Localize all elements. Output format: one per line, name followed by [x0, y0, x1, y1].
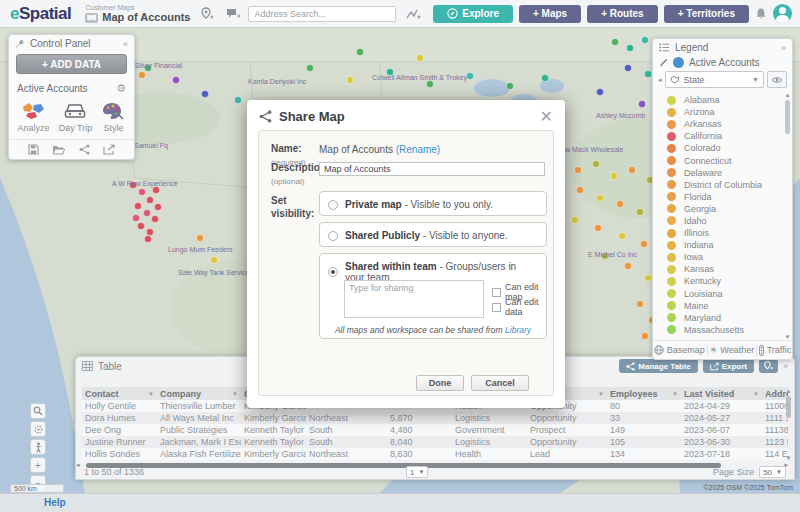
legend-state-item[interactable]: Connecticut — [667, 154, 790, 166]
street-view-pegman-button[interactable] — [30, 439, 46, 455]
map-pin-plus-icon[interactable] — [198, 6, 216, 22]
add-territories-button[interactable]: + Territories — [664, 5, 749, 23]
table-collapse-icon[interactable]: » — [783, 361, 788, 371]
analyze-tool[interactable]: Analyze — [18, 101, 50, 133]
legend-state-item[interactable]: Kansas — [667, 263, 790, 275]
map-data-point[interactable] — [426, 80, 433, 87]
map-data-point[interactable] — [143, 209, 150, 216]
map-data-point[interactable] — [138, 71, 145, 78]
weather-button[interactable]: ☀ Weather — [709, 345, 754, 355]
map-data-point[interactable] — [596, 194, 603, 201]
filter-icon[interactable]: ▼ — [148, 391, 153, 397]
radio-team[interactable] — [328, 267, 338, 277]
close-icon[interactable]: ✕ — [540, 110, 553, 124]
scroll-up-icon[interactable]: ▲ — [785, 388, 792, 394]
legend-state-item[interactable]: Colorado — [667, 142, 790, 154]
add-routes-button[interactable]: + Routes — [587, 5, 658, 23]
legend-state-item[interactable]: Maine — [667, 300, 790, 312]
visibility-option-public[interactable]: Shared Publicly - Visible to anyone. — [319, 222, 547, 247]
label-plus-icon[interactable] — [224, 6, 242, 22]
legend-state-item[interactable]: District of Columbia — [667, 179, 790, 191]
legend-state-item[interactable]: Iowa — [667, 251, 790, 263]
export-map-icon[interactable] — [103, 144, 115, 155]
explore-button[interactable]: Explore — [433, 5, 513, 23]
share-map-icon[interactable] — [79, 144, 90, 155]
table-vertical-scrollbar[interactable]: ▲ ▼ — [785, 388, 792, 461]
radio-public[interactable] — [328, 231, 338, 241]
legend-state-item[interactable]: Arizona — [667, 106, 790, 118]
table-row[interactable]: Dee OngPublic StrategiesKenneth TaylorSo… — [82, 424, 788, 436]
map-data-point[interactable] — [210, 256, 217, 263]
basemap-button[interactable]: Basemap — [654, 345, 705, 355]
zoom-box-magnifier-button[interactable] — [30, 403, 46, 419]
rename-link[interactable]: (Rename) — [396, 144, 440, 155]
legend-state-item[interactable]: Illinois — [667, 227, 790, 239]
map-data-point[interactable] — [626, 44, 633, 51]
map-data-point[interactable] — [306, 64, 313, 71]
map-data-point[interactable] — [640, 240, 647, 247]
map-data-point[interactable] — [196, 234, 203, 241]
map-data-point[interactable] — [134, 202, 141, 209]
map-data-point[interactable] — [611, 38, 618, 45]
add-maps-button[interactable]: + Maps — [519, 5, 581, 23]
legend-collapse-arrow-icon[interactable]: ◂ — [658, 76, 662, 84]
map-data-point[interactable] — [137, 222, 144, 229]
table-row[interactable]: Dora HumesAll Ways Metal IncKimberly Gar… — [82, 412, 788, 424]
map-data-point[interactable] — [416, 54, 423, 61]
style-by-select[interactable]: State ▼ — [665, 71, 764, 88]
manage-table-button[interactable]: Manage Table — [619, 359, 697, 373]
map-data-point[interactable] — [132, 214, 139, 221]
filter-icon[interactable]: ▼ — [672, 391, 677, 397]
legend-state-item[interactable]: Delaware — [667, 167, 790, 179]
column-header[interactable]: Company▼ — [157, 387, 241, 400]
map-data-point[interactable] — [541, 74, 548, 81]
legend-state-item[interactable]: Indiana — [667, 239, 790, 251]
save-map-icon[interactable] — [28, 144, 39, 155]
map-data-point[interactable] — [636, 208, 643, 215]
column-header[interactable]: Last Visited▼ — [681, 387, 762, 400]
legend-state-item[interactable]: Alabama — [667, 94, 790, 106]
legend-state-item[interactable]: California — [667, 130, 790, 142]
map-data-point[interactable] — [146, 196, 153, 203]
map-data-point[interactable] — [152, 186, 159, 193]
map-data-point[interactable] — [641, 36, 648, 43]
done-button[interactable]: Done — [416, 375, 464, 391]
column-header[interactable]: Employees▼ — [607, 387, 681, 400]
legend-scrollbar[interactable]: ▲ ▼ — [784, 92, 791, 340]
map-data-point[interactable] — [144, 235, 151, 242]
filter-icon[interactable]: ▼ — [232, 391, 237, 397]
export-table-button[interactable]: Export — [703, 359, 754, 373]
scroll-up-icon[interactable]: ▲ — [784, 92, 791, 98]
column-header[interactable]: Contact▼ — [82, 387, 157, 400]
route-plus-icon[interactable] — [404, 6, 422, 22]
map-data-point[interactable] — [624, 64, 631, 71]
address-search-input[interactable] — [248, 6, 396, 22]
legend-state-item[interactable]: Massachusetts — [667, 324, 790, 336]
collapse-right-icon[interactable]: » — [781, 43, 786, 53]
map-data-point[interactable] — [618, 232, 625, 239]
map-data-point[interactable] — [466, 72, 473, 79]
collapse-left-icon[interactable]: « — [123, 39, 128, 49]
edit-style-pencil-icon[interactable] — [659, 58, 668, 68]
legend-scroll-thumb[interactable] — [785, 100, 790, 134]
map-data-point[interactable] — [201, 90, 208, 97]
table-row[interactable]: Justine RunnerJackman, Mark I EsqKenneth… — [82, 436, 788, 448]
add-data-button[interactable]: + ADD DATA — [16, 54, 127, 74]
legend-state-item[interactable]: Arkansas — [667, 118, 790, 130]
map-data-point[interactable] — [138, 188, 145, 195]
user-avatar[interactable] — [773, 4, 792, 23]
legend-state-item[interactable]: Kentucky — [667, 275, 790, 287]
map-data-point[interactable] — [641, 332, 648, 339]
map-data-point[interactable] — [234, 96, 241, 103]
map-data-point[interactable] — [636, 300, 643, 307]
radio-private[interactable] — [328, 200, 338, 210]
legend-state-item[interactable]: Florida — [667, 191, 790, 203]
zoom-in-button[interactable]: + — [30, 457, 46, 473]
map-data-point[interactable] — [624, 262, 631, 269]
locate-target-button[interactable] — [30, 421, 46, 437]
map-data-point[interactable] — [506, 82, 513, 89]
map-data-point[interactable] — [628, 166, 635, 173]
filter-icon[interactable]: ▼ — [598, 391, 603, 397]
filter-icon[interactable]: ▼ — [753, 391, 758, 397]
map-data-point[interactable] — [596, 88, 603, 95]
